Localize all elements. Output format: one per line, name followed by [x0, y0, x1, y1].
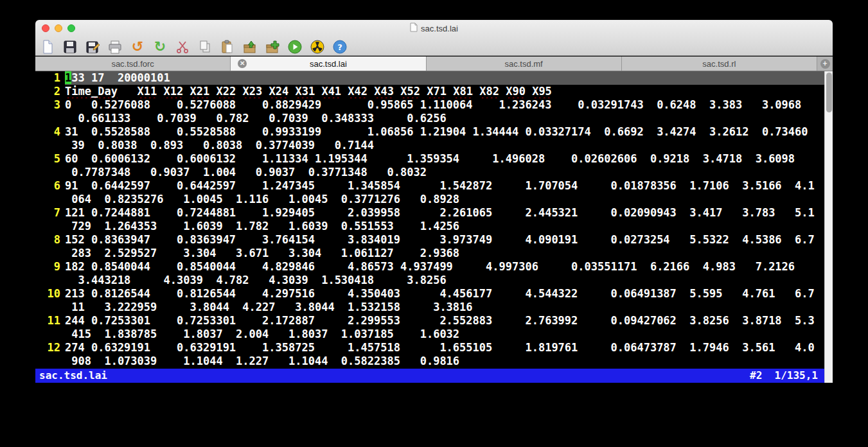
line-text[interactable]: 415 1.838785 1.8037 2.004 1.8037 1.03718…: [65, 328, 833, 341]
status-position: #2 1/135,1: [750, 369, 818, 383]
line-number: 9: [35, 260, 65, 274]
tab-sac.tsd.rl[interactable]: sac.tsd.rl: [622, 57, 817, 71]
line-number: 8: [35, 233, 65, 247]
misspelled-token: X81: [453, 85, 473, 98]
line-text[interactable]: 283 2.529527 3.304 3.671 3.304 1.061127 …: [65, 247, 833, 260]
editor-window: sac.tsd.lai ↺↻? sac.tsd.forc✕sac.tsd.lai…: [35, 20, 833, 383]
line-number: 11: [35, 314, 65, 328]
svg-text:?: ?: [337, 42, 342, 52]
line-number: [35, 166, 65, 179]
tab-close-icon[interactable]: ✕: [238, 59, 247, 68]
editor-row: 11244 0.7253301 0.7253301 2.172887 2.299…: [35, 314, 833, 328]
new-document-icon[interactable]: [39, 39, 56, 55]
line-text[interactable]: 11 3.222959 3.8044 4.227 3.8044 1.532158…: [65, 301, 833, 314]
document-icon: [410, 22, 418, 34]
tab-label: sac.tsd.lai: [310, 59, 347, 69]
editor-row: 2Time_Day X11 X12 X21 X22 X23 X24 X31 X4…: [35, 85, 833, 98]
misspelled-token: X42: [348, 85, 368, 98]
save-icon[interactable]: [62, 39, 78, 55]
editor-row: 10213 0.8126544 0.8126544 4.297516 4.350…: [35, 287, 833, 301]
text-editor-area[interactable]: 1133 17 200001012Time_Day X11 X12 X21 X2…: [35, 71, 833, 369]
copy-icon[interactable]: [197, 39, 213, 55]
save-as-icon[interactable]: [84, 39, 101, 55]
line-text[interactable]: 0 0.5276088 0.5276088 0.8829429 0.95865 …: [65, 98, 833, 112]
misspelled-token: Time_Day: [65, 85, 118, 98]
editor-row: 11 3.222959 3.8044 4.227 3.8044 1.532158…: [35, 301, 833, 314]
misspelled-token: X90: [506, 85, 526, 98]
line-number: [35, 328, 65, 341]
tab-label: sac.tsd.forc: [111, 59, 154, 69]
misspelled-token: X12: [164, 85, 184, 98]
editor-row: 560 0.6006132 0.6006132 1.11334 1.195344…: [35, 152, 833, 166]
add-tab-button[interactable]: +: [817, 57, 833, 71]
line-text[interactable]: 729 1.264353 1.6039 1.782 1.6039 0.55155…: [65, 220, 833, 233]
misspelled-token: X24: [269, 85, 288, 98]
tab-sac.tsd.lai[interactable]: ✕sac.tsd.lai: [231, 57, 426, 71]
misspelled-token: X52: [400, 85, 420, 98]
editor-row: 39 0.8038 0.893 0.8038 0.3774039 0.7144: [35, 139, 833, 152]
cut-icon[interactable]: [174, 39, 191, 55]
line-text[interactable]: 244 0.7253301 0.7253301 2.172887 2.29955…: [65, 314, 833, 328]
line-text[interactable]: 91 0.6442597 0.6442597 1.247345 1.345854…: [65, 179, 833, 193]
line-text[interactable]: 908 1.073039 1.1044 1.227 1.1044 0.58223…: [65, 355, 833, 368]
line-number: 2: [35, 85, 65, 98]
help-icon[interactable]: ?: [332, 39, 348, 55]
line-text[interactable]: 60 0.6006132 0.6006132 1.11334 1.195344 …: [65, 152, 833, 166]
line-number: 7: [35, 206, 65, 220]
vertical-scrollbar[interactable]: [824, 71, 833, 383]
tab-bar: sac.tsd.forc✕sac.tsd.laisac.tsd.mfsac.ts…: [35, 57, 833, 71]
window-title-group: sac.tsd.lai: [35, 20, 833, 37]
line-text[interactable]: 0.661133 0.7039 0.782 0.7039 0.348333 0.…: [65, 112, 833, 125]
tab-sac.tsd.forc[interactable]: sac.tsd.forc: [35, 57, 231, 71]
misspelled-token: X31: [295, 85, 315, 98]
misspelled-token: X21: [190, 85, 210, 98]
line-text[interactable]: Time_Day X11 X12 X21 X22 X23 X24 X31 X41…: [65, 85, 833, 98]
redo-icon[interactable]: ↻: [152, 39, 168, 55]
line-text[interactable]: 133 17 20000101: [65, 71, 833, 85]
editor-row: 415 1.838785 1.8037 2.004 1.8037 1.03718…: [35, 328, 833, 341]
window-chrome: sac.tsd.lai ↺↻?: [35, 20, 833, 56]
line-text[interactable]: 213 0.8126544 0.8126544 4.297516 4.35040…: [65, 287, 833, 301]
line-text[interactable]: 274 0.6329191 0.6329191 1.358725 1.45751…: [65, 341, 833, 355]
line-text[interactable]: 0.7787348 0.9037 1.004 0.9037 0.3771348 …: [65, 166, 833, 179]
line-number: [35, 220, 65, 233]
line-number: 12: [35, 341, 65, 355]
title-bar[interactable]: sac.tsd.lai: [35, 20, 833, 37]
line-text[interactable]: 3.443218 4.3039 4.782 4.3039 1.530418 3.…: [65, 274, 833, 287]
tab-label: sac.tsd.rl: [702, 59, 736, 69]
editor-row: 0.7787348 0.9037 1.004 0.9037 0.3771348 …: [35, 166, 833, 179]
toolbar: ↺↻?: [39, 37, 348, 56]
editor-row: 0.661133 0.7039 0.782 0.7039 0.348333 0.…: [35, 112, 833, 125]
scrollbar-thumb[interactable]: [826, 73, 832, 112]
line-text[interactable]: 31 0.5528588 0.5528588 0.9933199 1.06856…: [65, 125, 833, 139]
line-number: [35, 112, 65, 125]
run-icon[interactable]: [287, 39, 303, 55]
print-icon[interactable]: [107, 39, 123, 55]
line-text[interactable]: 39 0.8038 0.893 0.8038 0.3774039 0.7144: [65, 139, 833, 152]
editor-row: 283 2.529527 3.304 3.671 3.304 1.061127 …: [35, 247, 833, 260]
editor-row: 691 0.6442597 0.6442597 1.247345 1.34585…: [35, 179, 833, 193]
line-text[interactable]: 064 0.8235276 1.0045 1.116 1.0045 0.3771…: [65, 193, 833, 206]
misspelled-token: X41: [321, 85, 341, 98]
line-text[interactable]: 182 0.8540044 0.8540044 4.829846 4.86573…: [65, 260, 833, 274]
archive-extract-icon[interactable]: [242, 39, 258, 55]
window-title: sac.tsd.lai: [421, 24, 458, 33]
editor-row: 7121 0.7244881 0.7244881 1.929405 2.0399…: [35, 206, 833, 220]
editor-row: 12274 0.6329191 0.6329191 1.358725 1.457…: [35, 341, 833, 355]
tab-sac.tsd.mf[interactable]: sac.tsd.mf: [427, 57, 622, 71]
editor-row: 30 0.5276088 0.5276088 0.8829429 0.95865…: [35, 98, 833, 112]
line-number: [35, 193, 65, 206]
paste-icon[interactable]: [219, 39, 236, 55]
misspelled-token: X82: [479, 85, 499, 98]
line-number: 10: [35, 287, 65, 301]
line-number: 5: [35, 152, 65, 166]
misspelled-token: X22: [217, 85, 236, 98]
archive-add-icon[interactable]: [264, 39, 281, 55]
line-text[interactable]: 121 0.7244881 0.7244881 1.929405 2.03995…: [65, 206, 833, 220]
editor-row: 3.443218 4.3039 4.782 4.3039 1.530418 3.…: [35, 274, 833, 287]
undo-icon[interactable]: ↺: [129, 39, 146, 55]
line-number: [35, 274, 65, 287]
misspelled-token: X43: [374, 85, 394, 98]
radiation-icon[interactable]: [309, 39, 326, 55]
line-text[interactable]: 152 0.8363947 0.8363947 3.764154 3.83401…: [65, 233, 833, 247]
